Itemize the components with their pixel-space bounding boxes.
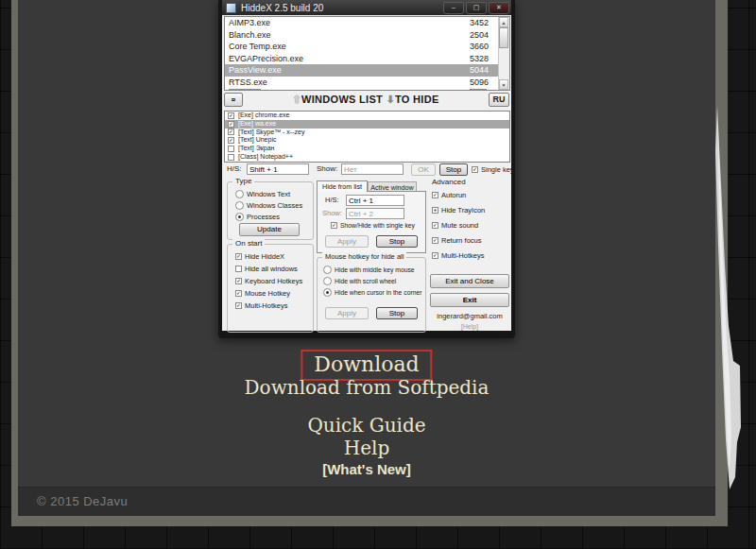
window-row[interactable]: ✓[Text] Skype™ - x--zey (225, 129, 509, 137)
checkbox-checked[interactable]: ✓ (235, 290, 242, 297)
exit-and-close-button[interactable]: Exit and Close (430, 274, 509, 288)
radio-icon[interactable] (323, 277, 332, 285)
hide-hs-input[interactable] (346, 195, 404, 206)
help-link-small[interactable]: [Help] (428, 323, 511, 330)
checkbox-checked[interactable]: ✓ (235, 278, 242, 284)
return-focus-checkbox[interactable]: ✓Return focus (432, 236, 482, 245)
apply-button[interactable]: Apply (325, 235, 369, 248)
multi-hotkeys-adv-checkbox[interactable]: ✓Multi-Hotkeys (432, 251, 484, 260)
window-row[interactable]: [Class] Notepad++ (225, 153, 509, 162)
apply-button[interactable]: Apply (325, 307, 369, 319)
scroll-up-icon[interactable]: ▲ (499, 17, 508, 27)
radio-windows-classes[interactable]: Windows Classes (235, 201, 302, 210)
checkbox-checked[interactable]: ✓ (228, 112, 234, 119)
show-hide-single-key-checkbox[interactable]: ✓ Show/Hide with single key (331, 222, 415, 229)
checkbox-unchecked[interactable] (235, 266, 242, 272)
single-key-checkbox[interactable]: ✓ Single key (472, 165, 514, 174)
radio-cursor-corner[interactable]: Hide when cursor in the corner (323, 288, 422, 297)
update-button[interactable]: Update (239, 223, 300, 236)
keyboard-hotkeys-checkbox[interactable]: ✓Keyboard Hotkeys (235, 277, 302, 285)
window-row-selected[interactable]: ✓[Exe] wa.exe (225, 120, 509, 129)
autorun-checkbox[interactable]: ✓Autorun (432, 191, 466, 199)
window-row[interactable]: ✓[Text] Unepic (225, 136, 509, 145)
torn-paper-decoration (709, 94, 752, 501)
process-row[interactable]: RTSS.exe5096 (225, 77, 509, 89)
hiddex-window: HiddeX 2.5 build 20 – ▢ ✕ AIMP3.exe3452 … (218, 0, 515, 338)
process-row-selected[interactable]: PassView.exe5044 (225, 64, 509, 77)
stop-button[interactable]: Stop (376, 307, 418, 319)
show-label: Show: (322, 209, 342, 217)
stop-button[interactable]: Stop (376, 235, 418, 248)
checkbox-checked[interactable]: ✓ (331, 222, 337, 229)
multi-hotkeys-checkbox[interactable]: ✓Multi-Hotkeys (235, 301, 287, 310)
mouse-hotkey-group: Mouse hotkey for hide all Hide with midd… (317, 257, 426, 333)
hide-trayicon-checkbox[interactable]: Hide TrayIcon (432, 206, 485, 214)
footer-bar: © 2015 DeJavu (18, 487, 715, 516)
process-row[interactable]: Blanch.exe2504 (225, 29, 509, 42)
process-row[interactable]: EVGAPrecision.exe5328 (225, 53, 509, 65)
maximize-button[interactable]: ▢ (466, 2, 487, 14)
window-row[interactable]: [Text] Экран (225, 145, 509, 153)
mouse-hotkey-checkbox[interactable]: ✓Mouse Hotkey (235, 289, 290, 298)
radio-selected-icon[interactable] (323, 288, 332, 297)
up-arrow-icon: ⬆ (292, 94, 301, 105)
show-label: Show: (317, 163, 337, 176)
close-button[interactable]: ✕ (489, 2, 509, 14)
checkbox-checked[interactable]: ✓ (235, 302, 242, 309)
tab-hide-from-list[interactable]: Hide from list (317, 180, 368, 192)
language-button[interactable]: RU (489, 93, 509, 107)
hide-all-windows-checkbox[interactable]: Hide all windows (235, 265, 298, 273)
radio-middle-key[interactable]: Hide with middle key mouse (323, 266, 415, 274)
quick-guide-link[interactable]: Quick Guide (307, 414, 425, 437)
radio-icon[interactable] (323, 266, 332, 274)
scroll-down-icon[interactable]: ▼ (499, 79, 508, 90)
app-icon (226, 3, 236, 13)
process-row[interactable]: Core Temp.exe3660 (225, 41, 509, 53)
show-input[interactable] (341, 163, 404, 175)
window-titlebar: HiddeX 2.5 build 20 – ▢ ✕ (222, 0, 511, 15)
radio-windows-text[interactable]: Windows Text (235, 190, 290, 198)
checkbox-checked[interactable]: ✓ (228, 129, 234, 135)
onstart-group: On start ✓Hide HiddeX Hide all windows ✓… (227, 244, 314, 333)
checkbox-checked[interactable]: ✓ (235, 253, 242, 260)
checkbox-checked[interactable]: ✓ (432, 237, 438, 244)
radio-icon[interactable] (235, 201, 244, 210)
hs-input[interactable] (247, 163, 309, 175)
checkbox-checked[interactable]: ✓ (228, 137, 234, 144)
window-row[interactable]: ✓[Exe] chrome.exe (225, 112, 509, 120)
radio-icon[interactable] (235, 190, 244, 198)
radio-processes[interactable]: Processes (235, 213, 280, 221)
quick-hotkey-row: H/S: Show: OK Stop ✓ Single key (222, 163, 511, 178)
hide-from-list-panel: H/S: Show: ✓ Show/Hide with single key A… (317, 191, 426, 253)
download-link[interactable]: Download (314, 352, 419, 376)
exit-button[interactable]: Exit (430, 293, 509, 307)
help-link[interactable]: Help (344, 437, 389, 459)
checkbox-checked[interactable]: ✓ (472, 166, 478, 173)
mute-sound-checkbox[interactable]: ✓Mute sound (432, 221, 478, 230)
ok-button[interactable]: OK (411, 163, 436, 176)
advanced-label: Advanced (432, 178, 466, 186)
checkbox-checked[interactable]: ✓ (432, 252, 438, 259)
stop-button[interactable]: Stop (439, 163, 468, 176)
checkbox-checked[interactable]: ✓ (228, 121, 234, 128)
checkbox-checked[interactable]: ✓ (432, 192, 438, 198)
scrollbar[interactable]: ▲ ▼ (498, 17, 509, 90)
down-arrow-icon: ⬇ (386, 94, 395, 105)
radio-scroll-wheel[interactable]: Hide with scroll wheel (323, 277, 396, 285)
minimize-button[interactable]: – (443, 2, 464, 14)
whats-new-link[interactable]: [What's New] (322, 461, 411, 477)
window-title: HiddeX 2.5 build 20 (241, 3, 443, 13)
process-row[interactable]: AIMP3.exe3452 (225, 17, 509, 29)
radio-selected-icon[interactable] (235, 213, 244, 221)
softpedia-link[interactable]: Download from Softpedia (245, 376, 490, 399)
checkbox-unchecked[interactable] (228, 154, 234, 161)
checkbox-unchecked[interactable] (228, 146, 234, 152)
pin-button[interactable]: ¤ (224, 93, 243, 107)
scroll-thumb[interactable] (499, 27, 508, 48)
hide-hiddex-checkbox[interactable]: ✓Hide HiddeX (235, 252, 284, 261)
checkbox-filled[interactable] (432, 207, 438, 214)
windows-list: ✓[Exe] chrome.exe ✓[Exe] wa.exe ✓[Text] … (224, 111, 510, 163)
checkbox-checked[interactable]: ✓ (432, 222, 438, 229)
hide-show-input[interactable] (346, 208, 404, 219)
type-group: Type Windows Text Windows Classes Proces… (227, 181, 314, 240)
